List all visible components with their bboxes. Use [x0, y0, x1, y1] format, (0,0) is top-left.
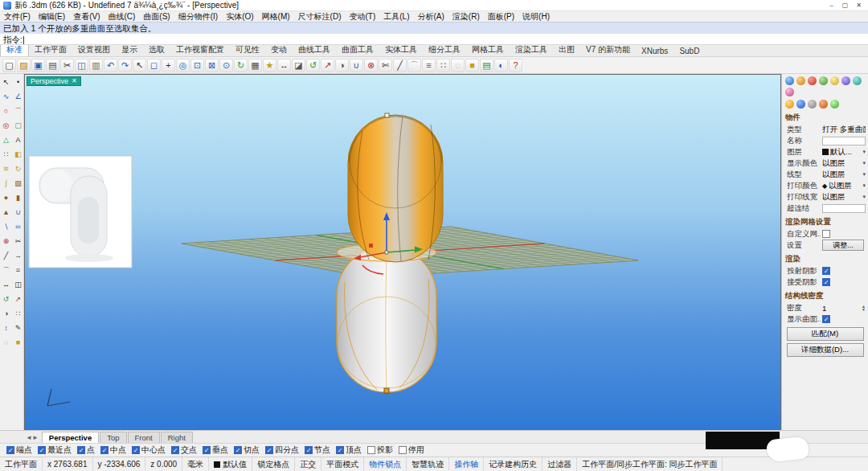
menu-item[interactable]: 文件(F) [0, 11, 35, 22]
hide-icon[interactable]: ◌ [451, 59, 465, 72]
maximize-button[interactable]: ▢ [839, 1, 851, 10]
menu-item[interactable]: 网格(M) [258, 11, 294, 22]
osnap-checkbox[interactable] [171, 446, 179, 454]
toolbar-tab[interactable]: V7 的新功能 [580, 45, 636, 56]
offset-curve-icon[interactable]: ≡ [12, 264, 24, 276]
properties-tab-icon[interactable] [785, 76, 794, 85]
circle-icon[interactable]: ○ [0, 105, 12, 117]
cut-icon[interactable]: ✂ [60, 59, 74, 72]
rendering-tab-icon[interactable] [796, 100, 805, 109]
menu-item[interactable]: 工具(L) [379, 11, 413, 22]
toolbar-tab[interactable]: 可见性 [230, 45, 265, 56]
explode-icon[interactable]: ⊗ [364, 59, 378, 72]
status-cell[interactable]: 平面模式 [321, 457, 364, 471]
notes-tab-icon[interactable] [785, 88, 794, 96]
boxedit-tab-icon[interactable] [819, 100, 828, 109]
gumball-scale-handle[interactable] [369, 244, 373, 248]
paste-icon[interactable]: ▥ [89, 59, 103, 72]
osnap-checkbox[interactable] [77, 446, 85, 454]
split-icon[interactable]: ╱ [393, 59, 407, 72]
copy-icon[interactable]: ◫ [75, 59, 88, 72]
menu-item[interactable]: 曲线(C) [104, 11, 139, 22]
hyperlink-input[interactable] [822, 204, 866, 213]
sun-tab-icon[interactable] [785, 100, 794, 109]
zoom-window-icon[interactable]: ⊡ [190, 59, 204, 72]
scale-icon[interactable]: ↗ [12, 293, 24, 305]
environment-tab-icon[interactable] [841, 76, 850, 85]
print-color-dropdown[interactable]: ◆ 以图层 ▾ [822, 181, 866, 191]
select-icon[interactable]: ↖ [133, 59, 146, 72]
layer-dropdown[interactable]: 默认... ▾ [822, 147, 866, 158]
osnap-checkbox[interactable] [234, 446, 242, 454]
status-cell[interactable]: 智慧轨迹 [407, 457, 449, 471]
display-color-dropdown[interactable]: 以图层 ▾ [822, 158, 866, 169]
boolean-difference-icon[interactable]: ∖ [0, 221, 12, 232]
polygon-icon[interactable]: △ [0, 134, 12, 145]
mirror-icon[interactable]: ◑ [0, 308, 12, 319]
mirror-icon[interactable]: ◑ [335, 59, 349, 72]
osnap-checkbox[interactable] [367, 446, 375, 454]
osnap-toggle[interactable]: 点 [77, 444, 95, 456]
osnap-toggle[interactable]: 垂点 [203, 444, 228, 456]
copy-object-icon[interactable]: ◪ [292, 59, 305, 72]
close-button[interactable]: ✕ [853, 1, 865, 10]
polyline-icon[interactable]: ∠ [12, 91, 24, 102]
viewport-title-tab[interactable]: Perspective ✕ [27, 76, 81, 86]
zoom-selected-icon[interactable]: ⊙ [219, 59, 233, 72]
toolbar-tab[interactable]: 工作视窗配置 [170, 45, 230, 56]
named-views-icon[interactable]: ★ [263, 59, 276, 72]
sweep-icon[interactable]: ∫ [0, 178, 12, 189]
status-cell[interactable]: x 2763.681 [43, 457, 93, 471]
osnap-checkbox[interactable] [265, 446, 273, 454]
redo-icon[interactable]: ↷ [118, 59, 132, 72]
trim-icon[interactable]: ✄ [379, 59, 392, 72]
layers-icon[interactable]: ▤ [480, 59, 493, 72]
pan-view-icon[interactable]: + [162, 59, 175, 72]
spinner-arrows-icon[interactable]: ▲▼ [862, 305, 866, 311]
status-cell[interactable]: 默认值 [209, 457, 252, 471]
menu-item[interactable]: 面板(P) [484, 11, 518, 22]
fillet-icon[interactable]: ⌒ [407, 59, 421, 72]
osnap-checkbox[interactable] [305, 446, 313, 454]
lights-tab-icon[interactable] [830, 76, 839, 85]
array-icon[interactable]: ∷ [12, 308, 24, 319]
viewport-scene[interactable] [25, 75, 780, 429]
scale-icon[interactable]: ↗ [321, 59, 334, 72]
toolbar-tab[interactable]: 出图 [553, 45, 580, 56]
zoom-extents-icon[interactable]: ⊠ [205, 59, 219, 72]
menu-item[interactable]: 分析(A) [414, 11, 448, 22]
osnap-toggle[interactable]: 四分点 [265, 444, 299, 456]
menu-item[interactable]: 细分物件(I) [174, 11, 222, 22]
box-icon[interactable]: ▧ [12, 178, 24, 189]
toolbar-tab[interactable]: SubD [674, 46, 705, 56]
viewport-label-close-icon[interactable]: ✕ [72, 76, 77, 86]
osnap-toggle[interactable]: 最近点 [38, 444, 72, 456]
arc-icon[interactable]: ⌒ [12, 105, 24, 117]
toolbar-tab[interactable]: 设置视图 [72, 45, 116, 56]
toolbar-tab[interactable]: 显示 [116, 45, 143, 56]
cylinder-icon[interactable]: ▮ [12, 192, 24, 203]
osnap-checkbox[interactable] [100, 446, 108, 454]
control-point[interactable] [385, 113, 389, 117]
four-viewports-icon[interactable]: ▦ [248, 59, 262, 72]
dimension-icon[interactable]: ↕ [0, 322, 12, 334]
sphere-icon[interactable]: ● [0, 192, 12, 203]
osnap-toggle[interactable]: 投影 [367, 444, 393, 456]
rotate-icon[interactable]: ↺ [0, 293, 12, 305]
print-width-dropdown[interactable]: 以图层 ▾ [822, 192, 866, 203]
toolbar-tab[interactable]: 曲面工具 [336, 45, 379, 56]
new-file-icon[interactable]: ▢ [2, 59, 16, 72]
gumball-origin[interactable] [385, 251, 388, 254]
menu-item[interactable]: 说明(H) [518, 11, 554, 22]
command-prompt[interactable]: 指令: [0, 34, 868, 45]
density-spinner[interactable]: 1 ▲▼ [822, 304, 866, 313]
menu-item[interactable]: 曲面(S) [139, 11, 174, 22]
hide-object-icon[interactable]: ◌ [0, 337, 12, 348]
copy-icon[interactable]: ◫ [12, 279, 24, 290]
array-icon[interactable]: ∷ [436, 59, 450, 72]
osnap-checkbox[interactable] [6, 446, 14, 454]
viewport-tab[interactable]: Front [128, 432, 160, 443]
rotate-view-icon[interactable]: ↻ [234, 59, 248, 72]
ellipse-icon[interactable]: ◎ [0, 120, 12, 131]
viewport-tab[interactable]: Perspective [42, 432, 99, 443]
